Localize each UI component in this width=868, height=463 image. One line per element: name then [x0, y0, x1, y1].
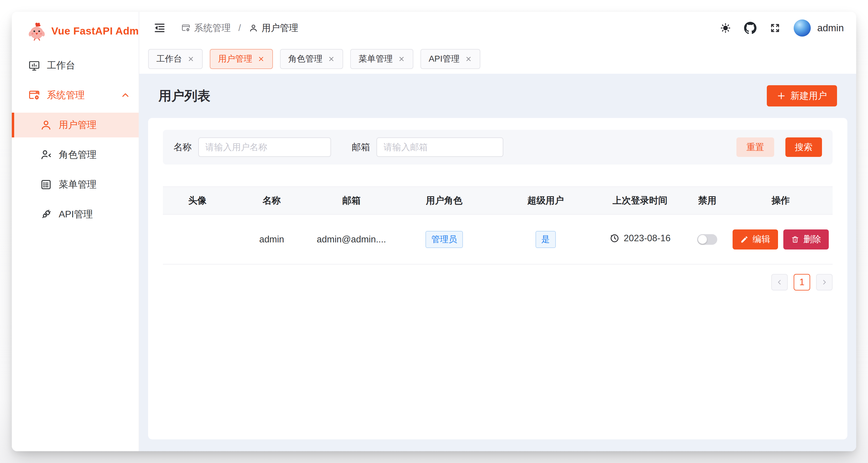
delete-button[interactable]: 删除 [783, 229, 829, 250]
close-icon[interactable] [328, 56, 335, 63]
pencil-icon [740, 235, 748, 243]
menu-list-icon [40, 178, 52, 191]
sidebar-item-label: 工作台 [47, 59, 75, 72]
col-actions: 操作 [729, 187, 833, 214]
sidebar-item-label: 角色管理 [59, 148, 96, 161]
github-link-button[interactable] [744, 22, 756, 34]
tab-menus[interactable]: 菜单管理 [350, 49, 413, 69]
users-table: 头像 名称 邮箱 用户角色 超级用户 上次登录时间 禁用 操作 [163, 187, 833, 265]
tab-workbench[interactable]: 工作台 [148, 49, 203, 69]
last-login-value: 2023-08-16 [624, 233, 671, 243]
disabled-toggle[interactable] [697, 234, 717, 245]
cell-superuser: 是 [497, 214, 594, 264]
tabs-bar: 工作台 用户管理 角色管理 [139, 44, 856, 74]
edit-button[interactable]: 编辑 [733, 229, 778, 250]
tab-label: API管理 [429, 53, 460, 65]
col-role: 用户角色 [391, 187, 497, 214]
chicken-logo-icon [27, 21, 46, 41]
col-disabled: 禁用 [686, 187, 729, 214]
clock-icon [610, 233, 620, 243]
page-number-button[interactable]: 1 [794, 274, 810, 291]
expand-icon [770, 23, 781, 34]
col-email: 邮箱 [312, 187, 391, 214]
sidebar-item-workbench[interactable]: 工作台 [12, 53, 139, 78]
table-header-row: 头像 名称 邮箱 用户角色 超级用户 上次登录时间 禁用 操作 [163, 187, 833, 214]
app-title: Vue FastAPI Admin [51, 25, 148, 37]
main-area: 系统管理 / 用户管理 [139, 12, 856, 451]
sidebar-item-system[interactable]: 系统管理 [12, 83, 139, 108]
chevron-left-icon [776, 278, 783, 286]
new-user-button-label: 新建用户 [790, 90, 827, 102]
header-actions: admin [720, 20, 844, 37]
role-badge: 管理员 [426, 231, 463, 248]
table-row: admin admin@admin.... 管理员 是 [163, 214, 833, 264]
sidebar: Vue FastAPI Admin 工作台 [12, 12, 139, 451]
cell-last-login: 2023-08-16 [594, 214, 686, 264]
sidebar-item-label: 菜单管理 [59, 178, 96, 191]
collapse-sidebar-button[interactable] [153, 22, 166, 34]
app-window: Vue FastAPI Admin 工作台 [12, 12, 856, 451]
toggle-knob [698, 235, 707, 244]
page-title: 用户列表 [158, 87, 210, 105]
plus-icon [777, 91, 786, 100]
breadcrumb-label: 用户管理 [262, 22, 298, 34]
superuser-badge: 是 [535, 231, 556, 248]
close-icon[interactable] [257, 56, 265, 63]
window-gear-icon [28, 89, 40, 101]
col-superuser: 超级用户 [497, 187, 594, 214]
reset-button[interactable]: 重置 [736, 137, 774, 157]
name-input[interactable] [198, 137, 331, 157]
col-avatar: 头像 [163, 187, 232, 214]
col-last-login: 上次登录时间 [594, 187, 686, 214]
cell-name: admin [232, 214, 312, 264]
menu-fold-icon [153, 22, 166, 34]
trash-icon [791, 235, 799, 243]
page-header: 用户列表 新建用户 [148, 74, 847, 118]
sun-icon [720, 23, 731, 34]
close-icon[interactable] [398, 56, 405, 63]
cell-email: admin@admin.... [312, 214, 391, 264]
sidebar-item-label: API管理 [59, 208, 93, 221]
github-icon [744, 22, 756, 34]
breadcrumb-item-users[interactable]: 用户管理 [249, 22, 298, 34]
prev-page-button[interactable] [771, 274, 788, 291]
tab-roles[interactable]: 角色管理 [280, 49, 343, 69]
sidebar-item-roles[interactable]: 角色管理 [12, 142, 139, 167]
tab-label: 角色管理 [288, 53, 322, 65]
breadcrumb-item-system[interactable]: 系统管理 [181, 22, 231, 34]
user-icon [40, 119, 52, 131]
delete-button-label: 删除 [803, 233, 821, 245]
name-field-label: 名称 [174, 141, 192, 153]
edit-button-label: 编辑 [753, 233, 770, 245]
theme-toggle-button[interactable] [720, 23, 731, 34]
email-field-label: 邮箱 [352, 141, 370, 153]
search-panel: 名称 邮箱 重置 搜索 [163, 130, 833, 165]
user-avatar[interactable] [794, 20, 811, 37]
tab-apis[interactable]: API管理 [421, 49, 480, 69]
window-gear-icon [181, 23, 191, 33]
sidebar-item-users[interactable]: 用户管理 [12, 113, 139, 137]
tab-label: 工作台 [156, 53, 182, 65]
content-area: 用户列表 新建用户 名称 邮箱 [139, 74, 856, 451]
sidebar-menu: 工作台 系统管理 [12, 50, 139, 232]
search-button[interactable]: 搜索 [785, 137, 822, 157]
app-logo[interactable]: Vue FastAPI Admin [12, 12, 139, 50]
close-icon[interactable] [187, 56, 194, 63]
username-label[interactable]: admin [817, 23, 844, 34]
next-page-button[interactable] [816, 274, 833, 291]
sidebar-item-menus[interactable]: 菜单管理 [12, 172, 139, 197]
breadcrumb: 系统管理 / 用户管理 [181, 22, 298, 34]
top-header: 系统管理 / 用户管理 [139, 12, 856, 44]
breadcrumb-separator: / [238, 23, 241, 33]
tab-label: 菜单管理 [359, 53, 393, 65]
cell-avatar [163, 214, 232, 264]
sidebar-item-apis[interactable]: API管理 [12, 202, 139, 227]
tab-label: 用户管理 [218, 53, 252, 65]
close-icon[interactable] [465, 56, 472, 63]
monitor-icon [28, 59, 40, 72]
user-role-icon [40, 148, 52, 161]
email-input[interactable] [376, 137, 503, 157]
fullscreen-button[interactable] [770, 23, 781, 34]
tab-users[interactable]: 用户管理 [210, 49, 273, 69]
new-user-button[interactable]: 新建用户 [767, 85, 837, 106]
